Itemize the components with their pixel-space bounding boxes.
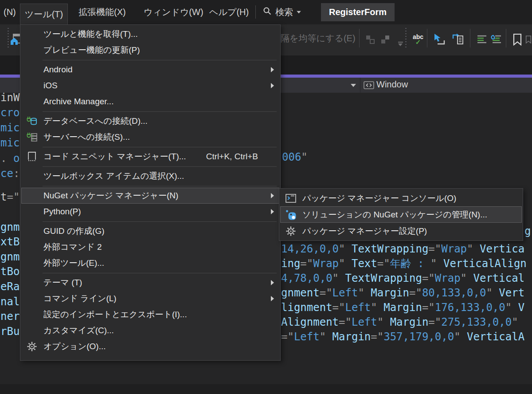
bookmark-next-icon[interactable] xyxy=(525,31,532,48)
xml-tag-icon xyxy=(364,81,374,91)
menu-item-create-guid[interactable]: GUID の作成(G) xyxy=(21,223,279,239)
menu-item-package-manager-console[interactable]: パッケージ マネージャー コンソール(O) xyxy=(280,190,522,206)
format-selection-icon[interactable] xyxy=(489,31,504,48)
code-line: mic xyxy=(0,136,20,150)
menu-item-connect-to-server[interactable]: サーバーへの接続(S)... xyxy=(21,129,279,145)
code-line: lignment="Left" Margin="176,133,0,0" V xyxy=(281,300,524,315)
gear-icon xyxy=(26,340,38,353)
menu-item-get-tools-and-features[interactable]: ツールと機能を取得(T)... xyxy=(21,26,279,42)
code-line: nale xyxy=(0,295,20,309)
code-line: cro xyxy=(0,106,20,120)
code-line: mic xyxy=(0,121,20,135)
menu-item-python[interactable]: Python(P) xyxy=(21,204,279,220)
search-caret-icon xyxy=(297,11,301,14)
menu-item-label: パッケージ マネージャー設定(P) xyxy=(302,225,427,237)
code-line: rBut xyxy=(0,324,20,339)
menu-item-archive-manager[interactable]: Archive Manager... xyxy=(21,94,279,110)
menu-item-label: 外部コマンド 2 xyxy=(43,241,102,253)
menu-item-label: Python(P) xyxy=(43,207,81,217)
code-line: 14,26,0,0" TextWrapping="Wrap" Vertica xyxy=(281,242,524,256)
bookmark-icon[interactable] xyxy=(510,31,525,48)
menu-item-shortcut: Ctrl+K, Ctrl+B xyxy=(206,152,258,162)
search-box[interactable]: 検索 xyxy=(262,0,301,24)
code-line: gnm xyxy=(0,250,20,264)
menu-separator xyxy=(43,166,277,167)
menubar-item-partial[interactable]: (N) xyxy=(0,0,22,24)
spellcheck-icon[interactable]: abc ✓ xyxy=(411,31,426,48)
menu-item-options[interactable]: オプション(O)... xyxy=(21,339,279,355)
menu-item-label: カスタマイズ(C)... xyxy=(43,325,114,336)
submenu-arrow-icon xyxy=(271,280,274,285)
format-document-icon[interactable] xyxy=(474,31,489,48)
bottom-scroll-area[interactable] xyxy=(0,384,532,394)
menu-item-nuget-package-manager[interactable]: NuGet パッケージ マネージャー(N) xyxy=(21,188,279,204)
menu-item-choose-toolbox-items[interactable]: ツールボックス アイテムの選択(X)... xyxy=(21,168,279,184)
menu-item-label: 外部ツール(E)... xyxy=(43,257,104,269)
menubar-item-help[interactable]: ヘルプ(H) xyxy=(203,0,255,24)
menu-item-external-command-2[interactable]: 外部コマンド 2 xyxy=(21,239,279,255)
menu-item-label: 設定のインポートとエクスポート(I)... xyxy=(43,309,187,320)
code-line: 4,78,0,0" TextWrapping="Wrap" Vertical xyxy=(281,271,524,286)
menu-item-label: Android xyxy=(43,65,73,75)
code-line: gr xyxy=(524,224,532,239)
submenu-arrow-icon xyxy=(271,67,274,72)
menu-item-label: オプション(O)... xyxy=(43,341,106,352)
paste-xaml-icon[interactable] xyxy=(450,31,466,48)
menu-item-label: ソリューションの NuGet パッケージの管理(N)... xyxy=(302,209,487,221)
submenu-arrow-icon xyxy=(271,296,274,301)
database-connect-icon xyxy=(26,115,38,127)
menu-separator xyxy=(43,147,277,147)
menubar-item-window[interactable]: ウィンドウ(W) xyxy=(137,0,210,24)
menu-item-customize[interactable]: カスタマイズ(C)... xyxy=(21,323,279,339)
menu-item-code-snippets-manager[interactable]: コード スニペット マネージャー(T)...Ctrl+K, Ctrl+B xyxy=(21,149,279,165)
menu-separator xyxy=(43,111,277,112)
menu-separator xyxy=(43,60,277,60)
menu-item-android[interactable]: Android xyxy=(21,62,279,78)
make-same-size-icon[interactable] xyxy=(363,31,378,48)
menu-item-label: ツールボックス アイテムの選択(X)... xyxy=(43,170,184,182)
code-line: gnm xyxy=(0,220,20,235)
code-line: ce: xyxy=(0,166,20,181)
code-line: t=" xyxy=(0,190,20,205)
gear-icon xyxy=(285,225,297,237)
menu-item-connect-to-database[interactable]: データベースへの接続(D)... xyxy=(21,113,279,129)
code-snippet-icon xyxy=(26,150,38,163)
menu-item-import-export-settings[interactable]: 設定のインポートとエクスポート(I)... xyxy=(21,307,279,323)
menu-separator xyxy=(43,221,277,222)
element-combo-caret-icon[interactable] xyxy=(351,84,356,87)
menu-separator xyxy=(43,273,277,273)
menu-item-command-line[interactable]: コマンド ライン(L) xyxy=(21,291,279,307)
menu-item-label: パッケージ マネージャー コンソール(O) xyxy=(302,193,456,204)
menu-separator xyxy=(43,186,277,186)
toolbar-grip[interactable] xyxy=(405,28,407,48)
menu-item-label: プレビュー機能の更新(P) xyxy=(43,44,140,56)
code-line: ="Left" Margin="357,179,0,0" VerticalA xyxy=(281,330,524,344)
server-connect-icon xyxy=(26,131,38,143)
menu-item-label: コマンド ライン(L) xyxy=(43,293,117,304)
menu-item-theme[interactable]: テーマ (T) xyxy=(21,275,279,291)
menu-item-manage-nuget-packages-for-solution[interactable]: ソリューションの NuGet パッケージの管理(N)... xyxy=(280,206,522,223)
toolbar-grip[interactable] xyxy=(8,28,9,48)
search-label: 検索 xyxy=(275,6,293,18)
menubar-item-tools[interactable]: ツール(T) xyxy=(20,4,68,24)
menu-item-label: コード スニペット マネージャー(T)... xyxy=(43,151,186,162)
select-element-pointer-icon[interactable] xyxy=(432,31,447,48)
menu-item-preview-features[interactable]: プレビュー機能の更新(P) xyxy=(21,42,279,58)
nuget-submenu: パッケージ マネージャー コンソール(O)ソリューションの NuGet パッケー… xyxy=(279,188,523,241)
nuget-icon xyxy=(285,209,297,221)
menubar-item-extensions[interactable]: 拡張機能(X) xyxy=(72,0,132,24)
code-line: ing="Wrap" Text="年齢 : " VerticalAlign xyxy=(281,256,527,271)
menu-item-package-manager-settings[interactable]: パッケージ マネージャー設定(P) xyxy=(280,223,522,239)
menu-item-ios[interactable]: iOS xyxy=(21,78,279,94)
tools-menu: ツールと機能を取得(T)...プレビュー機能の更新(P)AndroidiOSAr… xyxy=(20,24,281,361)
code-line: eRa xyxy=(0,280,20,294)
main-menu-bar: (N) ツール(T) 拡張機能(X) ウィンドウ(W) ヘルプ(H) 検索 Re… xyxy=(0,0,532,24)
menu-item-external-tools[interactable]: 外部ツール(E)... xyxy=(21,255,279,271)
submenu-arrow-icon xyxy=(271,193,274,198)
submenu-arrow-icon xyxy=(271,83,274,88)
menu-item-label: データベースへの接続(D)... xyxy=(43,115,148,127)
element-combo-window[interactable]: Window xyxy=(376,79,408,90)
size-to-grid-icon[interactable] xyxy=(378,31,393,48)
document-title-registerform[interactable]: RegisterForm xyxy=(321,3,395,21)
submenu-arrow-icon xyxy=(271,209,274,214)
